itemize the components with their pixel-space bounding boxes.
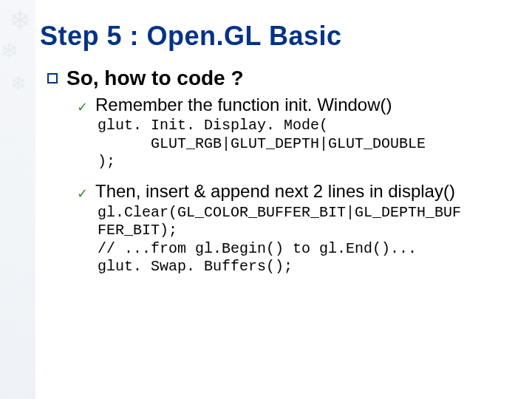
list-item: ✓ Then, insert & append next 2 lines in … [77,181,513,202]
question-row: So, how to code ? [47,66,513,90]
square-bullet-icon [47,73,58,83]
code-block: glut. Init. Display. Mode( GLUT_RGB|GLUT… [98,117,513,171]
decorative-sidebar: ❄ ❄ ❄ [0,0,35,399]
sub-list: ✓ Remember the function init. Window() g… [77,95,513,276]
snowflake-icon: ❄ [0,40,18,62]
check-icon: ✓ [77,185,88,202]
code-block: gl.Clear(GL_COLOR_BUFFER_BIT|GL_DEPTH_BU… [98,204,513,276]
question-text: So, how to code ? [66,66,244,90]
check-icon: ✓ [77,99,88,115]
slide-title: Step 5 : Open.GL Basic [40,21,513,52]
snowflake-icon: ❄ [10,74,27,93]
list-item-text: Remember the function init. Window() [95,95,392,115]
list-item-text: Then, insert & append next 2 lines in di… [95,181,455,202]
snowflake-icon: ❄ [9,7,31,34]
list-item: ✓ Remember the function init. Window() [77,95,513,115]
slide-content: Step 5 : Open.GL Basic So, how to code ?… [40,21,513,286]
